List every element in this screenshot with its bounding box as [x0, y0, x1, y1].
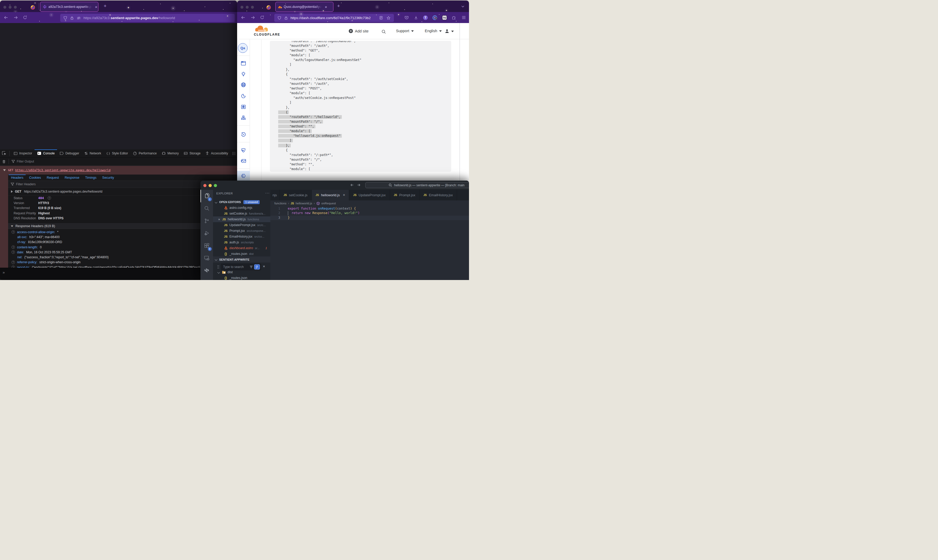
filter-output-placeholder[interactable]: Filter Output — [17, 160, 34, 163]
open-editor-Prompt.jsx[interactable]: JSPrompt.jsxsrc/compone... — [213, 228, 271, 234]
new-tab-button[interactable]: + — [104, 4, 106, 8]
devtools-more-tabs-icon[interactable] — [232, 152, 235, 155]
help-icon[interactable]: ? — [12, 251, 15, 254]
editor-tab-njs[interactable]: njs — [271, 190, 280, 200]
network-tab-request[interactable]: Request — [44, 175, 62, 180]
sidebar-security-vault-icon[interactable] — [241, 105, 246, 109]
cloudflare-logo[interactable]: CLOUDFLARE — [254, 25, 280, 36]
reload-icon[interactable] — [23, 15, 27, 20]
traffic-zoom-button[interactable] — [14, 6, 17, 9]
tree-item-dist[interactable]: dist — [213, 269, 271, 275]
editor-tab-UpdatePrompt.jsx[interactable]: JSUpdatePrompt.jsx — [349, 190, 390, 200]
network-tab-headers[interactable]: Headers — [8, 175, 26, 180]
help-icon[interactable]: ? — [12, 261, 15, 264]
extensions-puzzle-icon[interactable] — [452, 15, 456, 20]
network-tab-response[interactable]: Response — [62, 175, 82, 180]
traffic-close-button[interactable] — [3, 6, 6, 9]
language-menu[interactable]: English — [425, 29, 442, 33]
network-tab-timings[interactable]: Timings — [82, 175, 99, 180]
tree-item-_routes.json[interactable]: {}_routes.json — [213, 275, 271, 280]
browser-tab-right[interactable]: Quoc.duong@potentiallyunwant × — [275, 2, 334, 12]
sidebar-email-icon[interactable] — [241, 159, 246, 163]
expand-triangle-icon[interactable] — [11, 190, 13, 193]
open-editors-header[interactable]: OPEN EDITORS 1 unsaved — [213, 199, 271, 205]
explorer-more-actions-icon[interactable]: ··· — [265, 191, 270, 195]
search-close-icon[interactable]: × — [263, 264, 265, 268]
traffic-close-button[interactable] — [203, 184, 206, 187]
code-editor[interactable]: 1export function onRequest(context) {2 r… — [271, 206, 469, 280]
permissions-icon[interactable] — [77, 16, 81, 20]
devtools-tab-memory[interactable]: Memory — [159, 149, 181, 157]
activity-files-icon[interactable]: 1 — [200, 190, 213, 202]
traffic-zoom-button[interactable] — [214, 184, 217, 187]
help-icon[interactable]: ? — [48, 196, 51, 200]
sidebar-zero-trust-icon[interactable] — [241, 148, 246, 153]
activity-search-icon[interactable] — [200, 202, 213, 215]
editor-tab-Prompt.jsx[interactable]: JSPrompt.jsx — [390, 190, 420, 200]
forward-icon[interactable] — [13, 15, 18, 20]
devtools-tab-style-editor[interactable]: Style Editor — [104, 149, 130, 157]
extension-t-icon[interactable]: T — [423, 15, 428, 20]
sidebar-history-icon[interactable] — [241, 132, 246, 137]
help-icon[interactable]: ? — [12, 266, 15, 268]
activity-extensions-icon[interactable]: 9 — [200, 240, 213, 252]
account-avatar[interactable]: Qa — [238, 43, 248, 53]
sidebar-workers-icon[interactable] — [241, 174, 246, 178]
editor-tab-EmailHistory.jsx[interactable]: JSEmailHistory.jsx — [420, 190, 457, 200]
sidebar-analytics-icon[interactable] — [241, 94, 246, 98]
devtools-tab-console[interactable]: Console — [35, 149, 57, 157]
shield-icon[interactable] — [63, 16, 67, 20]
collapse-triangle-icon[interactable] — [3, 169, 6, 171]
back-icon[interactable] — [4, 15, 8, 20]
download-icon[interactable] — [414, 16, 418, 20]
breadcrumb-symbol[interactable]: onRequest — [321, 202, 336, 205]
sidebar-domains-icon[interactable]: www. — [241, 82, 246, 87]
lock-icon[interactable] — [284, 16, 288, 20]
devtools-tab-performance[interactable]: Performance — [130, 149, 159, 157]
open-editor-dashboard.astro[interactable]: dashboard.astrosr...1 — [213, 245, 271, 251]
support-menu[interactable]: Support — [396, 29, 414, 33]
close-tab-icon[interactable]: × — [343, 193, 345, 197]
activity-terraform-icon[interactable] — [200, 264, 213, 277]
devtools-tab-network[interactable]: Network — [81, 149, 104, 157]
open-editor-astro.config.mjs[interactable]: astro.config.mjs — [213, 205, 271, 211]
account-menu[interactable] — [444, 29, 454, 34]
open-editor-auth.js[interactable]: JSauth.jssrc/scripts — [213, 240, 271, 245]
menu-hamburger-icon[interactable] — [462, 16, 466, 19]
help-icon[interactable]: ? — [12, 245, 15, 249]
activity-debug-icon[interactable] — [200, 227, 213, 240]
devtools-tab-inspector[interactable]: Inspector — [11, 149, 35, 157]
breadcrumb-file[interactable]: helloworld.js — [295, 202, 312, 205]
shield-icon[interactable] — [277, 16, 281, 20]
console-error-row[interactable]: GET https://a92a73c3.sentient-appwrite.p… — [0, 166, 237, 175]
traffic-close-button[interactable] — [240, 6, 243, 9]
sidebar-traffic-icon[interactable] — [241, 115, 246, 120]
traffic-minimize-button[interactable] — [246, 6, 249, 9]
url-bar[interactable]: https://a92a73c3.sentient-appwrite.pages… — [60, 14, 235, 22]
devtools-tab-accessibility[interactable]: Accessibility — [203, 149, 231, 157]
reload-icon[interactable] — [260, 15, 264, 20]
command-center-search[interactable]: helloworld.js — sentient-appwrite — [Bra… — [365, 182, 469, 188]
password-manager-icon[interactable] — [432, 15, 438, 20]
bookmark-star-icon[interactable] — [387, 16, 391, 20]
traffic-minimize-button[interactable] — [9, 6, 12, 9]
reader-mode-icon[interactable] — [379, 16, 383, 20]
open-editor-UpdatePrompt.jsx[interactable]: JSUpdatePrompt.jsxsrc/c... — [213, 222, 271, 228]
new-tab-button[interactable]: + — [337, 4, 340, 8]
editor-tab-helloworld.js[interactable]: JShelloworld.js× — [312, 190, 349, 200]
lock-icon[interactable] — [70, 16, 74, 20]
activity-remote-icon[interactable] — [200, 252, 213, 265]
forward-icon[interactable] — [251, 15, 255, 20]
close-file-icon[interactable]: × — [218, 217, 220, 222]
open-editor-setCookie.js[interactable]: JSsetCookie.jsfunctions/a... — [213, 211, 271, 216]
activity-scm-icon[interactable] — [200, 215, 213, 227]
tab-list-chevron-icon[interactable] — [461, 5, 464, 8]
devtools-tab-debugger[interactable]: Debugger — [57, 149, 81, 157]
clear-console-icon[interactable] — [2, 160, 6, 163]
pick-element-icon[interactable] — [2, 151, 6, 156]
notion-icon[interactable] — [442, 15, 447, 20]
sidebar-websites-icon[interactable] — [241, 61, 246, 66]
open-editor-_routes.json[interactable]: {}_routes.jsondist — [213, 251, 271, 257]
open-editor-helloworld.js[interactable]: ×JShelloworld.jsfunctions — [213, 216, 271, 222]
tab-close-icon[interactable]: × — [95, 5, 97, 9]
